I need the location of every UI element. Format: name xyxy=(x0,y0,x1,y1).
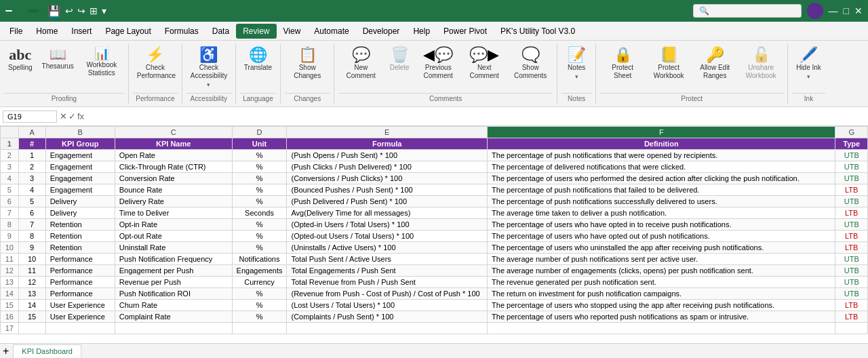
cell-name[interactable]: Opt-in Rate xyxy=(115,219,232,231)
menu-review[interactable]: Review xyxy=(236,24,276,39)
translate-button[interactable]: 🌐 Translate xyxy=(240,45,276,75)
cell-name[interactable]: Churn Rate xyxy=(115,300,232,311)
formula-input[interactable] xyxy=(87,111,865,122)
cell-formula[interactable]: Total Revenue from Push / Push Sent xyxy=(287,277,488,288)
cell-unit[interactable]: % xyxy=(232,288,287,300)
header-kpi-name[interactable]: KPI Name xyxy=(115,138,232,150)
cell-type[interactable]: LTB xyxy=(835,300,868,311)
cell-formula[interactable]: Avg(Delivery Time for all messages) xyxy=(287,207,488,219)
cell-unit[interactable]: % xyxy=(232,311,287,323)
cell-type[interactable]: UTB xyxy=(835,219,868,231)
cell-formula[interactable]: (Lost Users / Total Users) * 100 xyxy=(287,300,488,311)
new-comment-button[interactable]: 💬 New Comment xyxy=(338,45,383,83)
cell-name[interactable]: Conversion Rate xyxy=(115,173,232,184)
cell-unit[interactable]: % xyxy=(232,242,287,254)
cell-definition[interactable]: The average number of push notifications… xyxy=(488,254,835,265)
workbook-stats-button[interactable]: 📊 Workbook Statistics xyxy=(79,45,124,80)
cell-unit[interactable]: % xyxy=(232,161,287,173)
cell-definition[interactable]: The percentage of push notifications tha… xyxy=(488,150,835,161)
close-icon[interactable]: ✕ xyxy=(854,5,863,16)
spelling-button[interactable]: abc Spelling xyxy=(4,45,37,75)
cell-formula[interactable]: Total Engagements / Push Sent xyxy=(287,265,488,277)
cell-formula[interactable]: (Push Delivered / Push Sent) * 100 xyxy=(287,196,488,207)
add-sheet-icon[interactable]: + xyxy=(3,345,9,357)
cell-unit[interactable]: % xyxy=(232,219,287,231)
menu-help[interactable]: Help xyxy=(406,24,437,39)
cell-definition[interactable]: The percentage of users who uninstalled … xyxy=(488,242,835,254)
cell-definition[interactable]: The percentage of users who have opted o… xyxy=(488,231,835,242)
menu-view[interactable]: View xyxy=(277,24,308,39)
col-header-f[interactable]: F xyxy=(488,127,835,138)
header-type[interactable]: Type xyxy=(835,138,868,150)
cell-group[interactable]: Engagement xyxy=(45,184,115,196)
check-performance-button[interactable]: ⚡ Check Performance xyxy=(133,45,178,83)
cell-definition[interactable]: The percentage of users who reported pus… xyxy=(488,311,835,323)
cell-type[interactable]: LTB xyxy=(835,242,868,254)
cell-definition[interactable]: The percentage of users who have opted i… xyxy=(488,219,835,231)
cell-num[interactable]: 5 xyxy=(18,196,45,207)
cell-name[interactable]: Push Notification Frequency xyxy=(115,254,232,265)
cell-formula[interactable]: (Bounced Pushes / Push Sent) * 100 xyxy=(287,184,488,196)
cell-formula[interactable]: (Push Opens / Push Sent) * 100 xyxy=(287,150,488,161)
cell-group[interactable]: Performance xyxy=(45,288,115,300)
menu-pk-utility[interactable]: PK's Utility Tool V3.0 xyxy=(494,24,582,39)
cell-num[interactable]: 10 xyxy=(18,254,45,265)
cell-reference-input[interactable] xyxy=(3,111,57,123)
cell-formula[interactable]: (Complaints / Push Sent) * 100 xyxy=(287,311,488,323)
cell-unit[interactable]: Currency xyxy=(232,277,287,288)
cell-type[interactable]: LTB xyxy=(835,231,868,242)
cell-unit[interactable]: % xyxy=(232,184,287,196)
cell-unit[interactable]: % xyxy=(232,150,287,161)
sheet-tab-kpi-dashboard[interactable]: KPI Dashboard xyxy=(13,344,81,359)
cell-definition[interactable]: The percentage of users who stopped usin… xyxy=(488,300,835,311)
cell-num[interactable]: 14 xyxy=(18,300,45,311)
cell-definition[interactable]: The average number of engagements (click… xyxy=(488,265,835,277)
cell-definition[interactable]: The percentage of delivered notification… xyxy=(488,161,835,173)
cell-unit[interactable]: Seconds xyxy=(232,207,287,219)
cell-formula[interactable]: (Uninstalls / Active Users) * 100 xyxy=(287,242,488,254)
cell-definition[interactable]: The percentage of push notifications suc… xyxy=(488,196,835,207)
header-definition[interactable]: Definition xyxy=(488,138,835,150)
cell-num[interactable]: 8 xyxy=(18,231,45,242)
cell-num[interactable]: 13 xyxy=(18,288,45,300)
cell-type[interactable]: UTB xyxy=(835,277,868,288)
cell-formula[interactable]: (Conversions / Push Clicks) * 100 xyxy=(287,173,488,184)
unshare-workbook-button[interactable]: 🔓 Unshare Workbook xyxy=(738,45,783,83)
cell-name[interactable]: Revenue per Push xyxy=(115,277,232,288)
autosave-toggle[interactable] xyxy=(28,9,38,12)
formula-confirm-icon[interactable]: ✓ xyxy=(68,111,76,121)
cell-type[interactable]: UTB xyxy=(835,288,868,300)
cell-num[interactable]: 7 xyxy=(18,219,45,231)
cell-group[interactable]: Performance xyxy=(45,254,115,265)
cell-definition[interactable]: The percentage of users who performed th… xyxy=(488,173,835,184)
cell-unit[interactable]: % xyxy=(232,231,287,242)
check-accessibility-button[interactable]: ♿ Check Accessibility ▾ xyxy=(186,45,231,91)
show-changes-button[interactable]: 📋 Show Changes xyxy=(285,45,330,83)
hide-ink-button[interactable]: 🖊️ Hide Ink ▾ xyxy=(792,45,825,83)
cell-formula[interactable]: (Opted-in Users / Total Users) * 100 xyxy=(287,219,488,231)
user-avatar[interactable] xyxy=(807,3,823,19)
header-kpi-group[interactable]: KPI Group xyxy=(45,138,115,150)
grid-icon[interactable]: ⊞ xyxy=(90,5,98,16)
thesaurus-button[interactable]: 📖 Thesaurus xyxy=(38,45,78,73)
col-header-b[interactable]: B xyxy=(45,127,115,138)
cell-type[interactable]: UTB xyxy=(835,265,868,277)
cell-formula[interactable]: Total Push Sent / Active Users xyxy=(287,254,488,265)
cell-num[interactable]: 12 xyxy=(18,277,45,288)
cell-definition[interactable]: The percentage of push notifications tha… xyxy=(488,184,835,196)
cell-name[interactable]: Click-Through Rate (CTR) xyxy=(115,161,232,173)
restore-icon[interactable]: □ xyxy=(844,5,849,16)
cell-name[interactable]: Engagement per Push xyxy=(115,265,232,277)
cell-type[interactable]: UTB xyxy=(835,150,868,161)
cell-unit[interactable]: % xyxy=(232,173,287,184)
cell-unit[interactable]: % xyxy=(232,300,287,311)
col-header-g[interactable]: G xyxy=(835,127,868,138)
cell-group[interactable]: Engagement xyxy=(45,150,115,161)
cell-type[interactable]: UTB xyxy=(835,173,868,184)
cell-num[interactable]: 2 xyxy=(18,161,45,173)
cell-group[interactable]: Delivery xyxy=(45,196,115,207)
col-header-e[interactable]: E xyxy=(287,127,488,138)
cell-group[interactable]: Engagement xyxy=(45,161,115,173)
redo-icon[interactable]: ↪ xyxy=(77,5,85,16)
cell-unit[interactable]: % xyxy=(232,196,287,207)
